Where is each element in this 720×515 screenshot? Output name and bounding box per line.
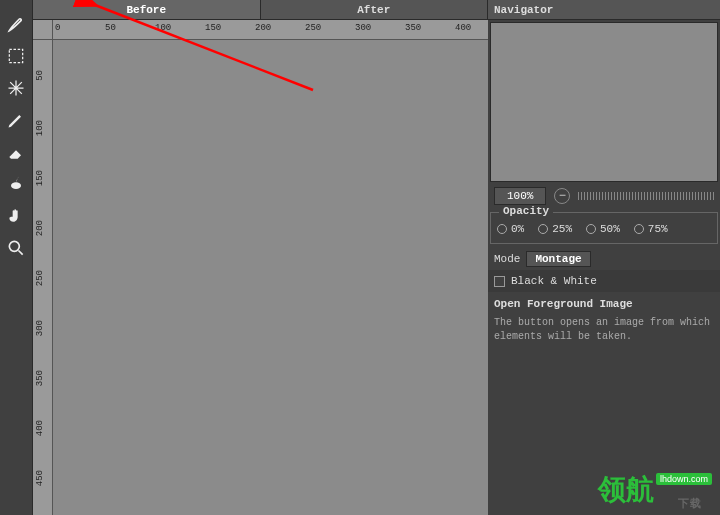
tab-after[interactable]: After [261,0,489,19]
ruler-tick: 100 [155,23,171,33]
watermark-sub: 下载 [678,496,702,511]
open-foreground-title: Open Foreground Image [488,292,720,316]
canvas[interactable] [53,40,488,515]
ruler-horizontal: 050100150200250300350400 [53,20,488,40]
view-tabs: Before After [33,0,488,20]
ruler-tick: 450 [35,470,45,486]
opacity-radio[interactable]: 75% [634,223,668,235]
zoom-value[interactable]: 100% [494,187,546,205]
transform-tool[interactable] [4,76,28,100]
opacity-value: 50% [600,223,620,235]
watermark: 领航 lhdown.com 下载 [598,471,712,509]
navigator-header: Navigator [488,0,720,20]
ruler-tick: 400 [455,23,471,33]
ruler-tick: 150 [35,170,45,186]
hand-tool[interactable] [4,204,28,228]
ruler-tick: 200 [35,220,45,236]
ruler-tick: 150 [205,23,221,33]
radio-icon [586,224,596,234]
marquee-tool[interactable] [4,44,28,68]
right-panel: Navigator 100% − Opacity 0%25%50%75% Mod… [488,0,720,515]
radio-icon [497,224,507,234]
open-foreground-desc: The button opens an image from which ele… [488,316,720,354]
opacity-label: Opacity [499,205,553,217]
opacity-value: 25% [552,223,572,235]
opacity-radio[interactable]: 0% [497,223,524,235]
opacity-radio[interactable]: 50% [586,223,620,235]
ruler-tick: 50 [105,23,116,33]
checkbox-icon [494,276,505,287]
opacity-group: Opacity 0%25%50%75% [490,212,718,244]
ruler-tick: 0 [55,23,60,33]
ruler-tick: 100 [35,120,45,136]
mode-label: Mode [494,253,520,265]
pencil-tool[interactable] [4,108,28,132]
zoom-tool[interactable] [4,236,28,260]
mode-row: Mode Montage [488,248,720,270]
black-white-checkbox[interactable]: Black & White [488,270,720,292]
ruler-tick: 300 [35,320,45,336]
tab-before[interactable]: Before [33,0,261,19]
watermark-badge: lhdown.com [656,473,712,485]
watermark-text: 领航 [598,471,654,509]
opacity-value: 0% [511,223,524,235]
brush-tool[interactable] [4,12,28,36]
svg-rect-0 [9,49,22,62]
tool-palette [0,0,33,515]
svg-point-1 [11,182,21,189]
canvas-wrap: 050100150200250300350400 501001502002503… [33,20,488,515]
radio-icon [538,224,548,234]
ruler-corner [33,20,53,40]
eraser-tool[interactable] [4,140,28,164]
ruler-tick: 350 [405,23,421,33]
ruler-tick: 200 [255,23,271,33]
opacity-radio[interactable]: 25% [538,223,572,235]
main-area: Before After 050100150200250300350400 50… [33,0,488,515]
navigator-preview[interactable] [490,22,718,182]
smudge-tool[interactable] [4,172,28,196]
zoom-out-button[interactable]: − [554,188,570,204]
ruler-tick: 400 [35,420,45,436]
mode-select[interactable]: Montage [526,251,590,267]
svg-point-2 [9,241,19,251]
radio-icon [634,224,644,234]
ruler-vertical: 50100150200250300350400450 [33,40,53,515]
ruler-tick: 300 [355,23,371,33]
zoom-slider[interactable] [578,192,714,200]
black-white-label: Black & White [511,275,597,287]
ruler-tick: 250 [305,23,321,33]
opacity-value: 75% [648,223,668,235]
ruler-tick: 250 [35,270,45,286]
ruler-tick: 50 [35,70,45,81]
ruler-tick: 350 [35,370,45,386]
